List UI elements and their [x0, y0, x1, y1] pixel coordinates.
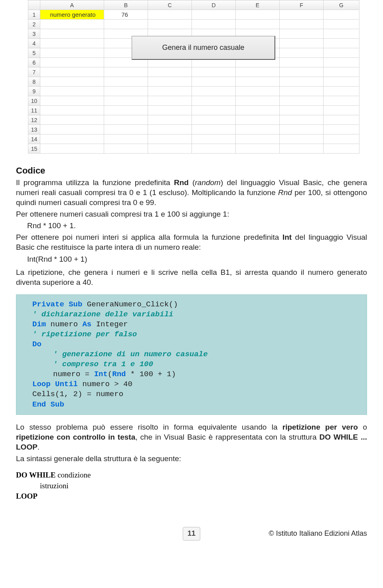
heading-codice: Codice	[16, 166, 367, 176]
paragraph-syntax-intro: La sintassi generale della struttura è l…	[16, 454, 367, 464]
paragraph-int: Per ottenere poi numeri interi si applic…	[16, 232, 367, 252]
col-header-c: C	[148, 0, 192, 10]
syntax-line-1: DO WHILE condizione	[16, 470, 367, 481]
page-footer: 11 © Istituto Italiano Edizioni Atlas	[16, 526, 367, 542]
paragraph-do-while: Lo stesso problema può essere risolto in…	[16, 422, 367, 452]
col-header-a: A	[40, 0, 104, 10]
generate-number-button: Genera il numero casuale	[132, 36, 275, 60]
paragraph-add-one: Per ottenere numeri casuali compresi tra…	[16, 209, 367, 219]
page-number: 11	[183, 527, 200, 541]
cell-b1: 76	[104, 10, 148, 20]
cell-a1: numero generato	[40, 10, 104, 20]
excel-screenshot: A B C D E F G 1 numero generato 76 2 3 4…	[28, 0, 359, 154]
syntax-line-3: LOOP	[16, 491, 367, 502]
col-header-d: D	[192, 0, 236, 10]
col-header-f: F	[280, 0, 324, 10]
paragraph-rnd-intro: Il programma utilizza la funzione predef…	[16, 178, 367, 207]
copyright: © Istituto Italiano Edizioni Atlas	[269, 529, 367, 538]
formula-1: Rnd * 100 + 1.	[16, 221, 367, 231]
formula-2: Int(Rnd * 100 + 1)	[16, 254, 367, 264]
row-header-1: 1	[28, 10, 40, 20]
col-header-b: B	[104, 0, 148, 10]
paragraph-repetition: La ripetizione, che genera i numeri e li…	[16, 267, 367, 287]
syntax-line-2: istruzioni	[16, 481, 367, 491]
col-header-g: G	[324, 0, 359, 10]
code-block: Private Sub GeneraNumero_Click() ' dichi…	[16, 294, 367, 415]
select-all-corner	[28, 0, 40, 10]
col-header-e: E	[236, 0, 280, 10]
